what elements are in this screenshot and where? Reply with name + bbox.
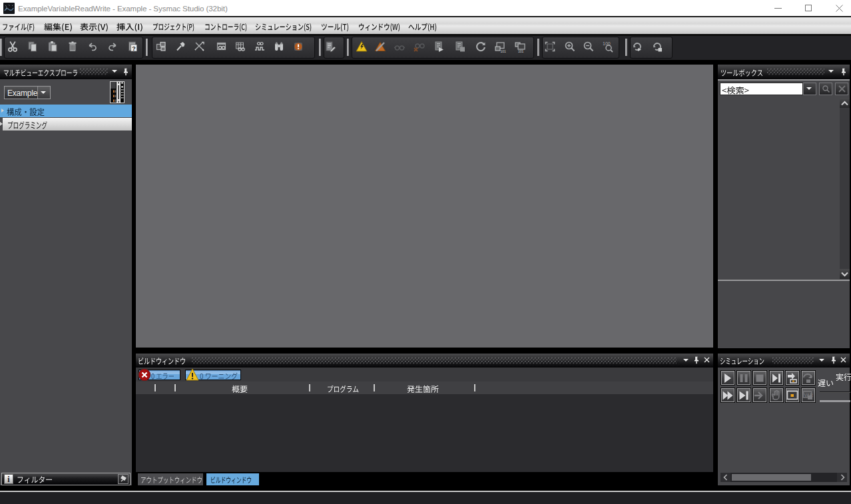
svg-text:?: ?	[132, 45, 136, 52]
svg-text:101: 101	[518, 49, 524, 53]
svg-text:101: 101	[501, 49, 507, 53]
